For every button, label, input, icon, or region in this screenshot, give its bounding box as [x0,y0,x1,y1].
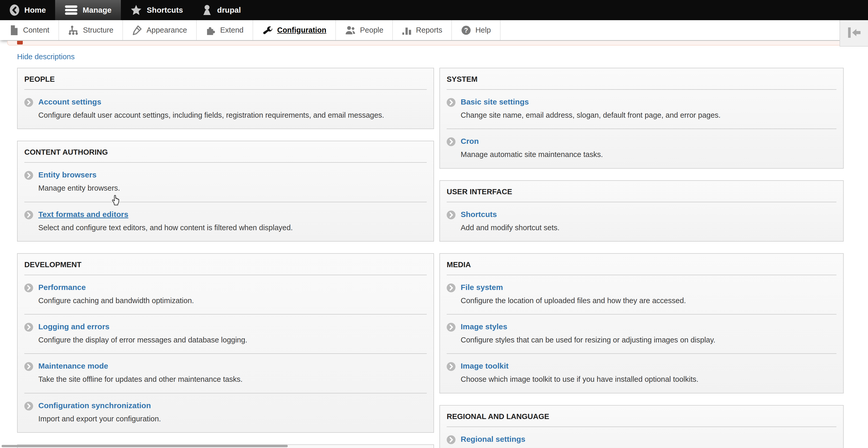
chevron-right-icon [24,284,33,305]
panel-media: MEDIA File system Configure the location… [439,253,844,393]
document-icon [9,25,19,36]
panel-development: DEVELOPMENT Performance Configure cachin… [17,253,434,433]
config-item: Image styles Configure styles that can b… [447,314,836,353]
tab-reports[interactable]: Reports [393,20,452,40]
admin-bar-home[interactable]: Home [0,0,55,20]
image-styles-link[interactable]: Image styles [461,322,507,331]
config-description: Change site name, email address, slogan,… [461,110,720,120]
logging-and-errors-link[interactable]: Logging and errors [38,322,110,331]
chevron-right-icon [24,171,33,193]
admin-bar-item-label: Manage [83,6,112,14]
panel-people: PEOPLE Account settings Configure defaul… [17,68,434,129]
config-description: Choose which image toolkit to use if you… [461,375,699,384]
left-column: PEOPLE Account settings Configure defaul… [17,68,434,448]
chevron-right-icon [447,323,456,345]
cron-link[interactable]: Cron [461,137,479,146]
panel-title: MEDIA [447,254,836,275]
text-formats-and-editors-link[interactable]: Text formats and editors [38,210,128,219]
config-item: Logging and errors Configure the display… [24,314,427,353]
tab-extend[interactable]: Extend [197,20,253,40]
tab-label: Help [475,26,491,34]
maintenance-mode-link[interactable]: Maintenance mode [38,362,108,370]
tab-appearance[interactable]: Appearance [123,20,196,40]
chevron-right-icon [447,435,456,448]
chevron-right-icon [24,98,33,120]
user-icon [202,4,213,16]
tab-label: Structure [83,26,114,34]
panel-content-authoring: CONTENT AUTHORING Entity browsers Manage… [17,141,434,242]
config-item: Basic site settings Change site name, em… [447,90,836,129]
tab-label: Configuration [277,26,326,34]
shortcuts-link[interactable]: Shortcuts [461,210,497,219]
config-item: Performance Configure caching and bandwi… [24,275,427,314]
chevron-right-icon [447,284,456,305]
config-item: Cron Manage automatic site maintenance t… [447,129,836,168]
hide-descriptions-link[interactable]: Hide descriptions [17,53,74,61]
horizontal-scrollbar-thumb[interactable] [2,445,288,447]
panel-title: REGIONAL AND LANGUAGE [447,406,836,427]
panel-system: SYSTEM Basic site settings Change site n… [439,68,844,169]
config-item: File system Configure the location of up… [447,275,836,314]
tab-people[interactable]: People [336,20,393,40]
tab-content[interactable]: Content [0,20,59,40]
config-description: Manage automatic site maintenance tasks. [461,150,603,159]
admin-menu-bar: Content Structure Appearance Extend Conf… [0,20,868,40]
config-description: Configure styles that can be used for re… [461,335,715,345]
chevron-right-icon [24,362,33,384]
file-system-link[interactable]: File system [461,283,503,291]
toolbar-collapse-button[interactable] [840,20,868,46]
panel-title: DEVELOPMENT [24,254,427,275]
panel-title: CONTENT AUTHORING [24,141,427,163]
config-description: Configure caching and bandwidth optimiza… [38,296,194,305]
config-item: Text formats and editors Select and conf… [24,202,427,241]
tab-label: Extend [220,26,244,34]
config-item: Account settings Configure default user … [24,90,427,129]
config-item: Entity browsers Manage entity browsers. [24,163,427,201]
panel-title: PEOPLE [24,68,427,90]
admin-bar-user[interactable]: drupal [192,0,250,20]
panel-title: USER INTERFACE [447,181,836,202]
star-icon [130,4,142,16]
config-item: Maintenance mode Take the site offline f… [24,353,427,393]
chevron-right-icon [447,362,456,384]
wrench-icon [262,25,273,36]
sitemap-icon [68,25,79,36]
panel-columns: PEOPLE Account settings Configure defaul… [17,68,844,448]
admin-bar-shortcuts[interactable]: Shortcuts [121,0,192,20]
performance-link[interactable]: Performance [38,283,86,291]
tab-help[interactable]: ? Help [452,20,500,40]
chevron-right-icon [24,211,33,232]
config-description: Select and configure text editors, and h… [38,223,293,232]
configuration-page: Hide descriptions PEOPLE Account setting… [0,40,868,448]
entity-browsers-link[interactable]: Entity browsers [38,170,96,179]
error-marker [17,41,23,44]
config-description: Configure default user account settings,… [38,110,384,120]
chevron-right-icon [447,137,456,159]
regional-settings-link[interactable]: Regional settings [461,435,525,443]
right-column: SYSTEM Basic site settings Change site n… [439,68,844,448]
chevron-right-icon [447,98,456,120]
message-strip-partial [7,41,844,45]
config-item: Image toolkit Choose which image toolkit… [447,353,836,393]
chevron-right-icon [447,211,456,232]
tab-configuration[interactable]: Configuration [253,20,336,40]
tab-structure[interactable]: Structure [59,20,123,40]
chevron-right-icon [24,402,33,423]
account-settings-link[interactable]: Account settings [38,97,101,106]
home-back-icon [9,4,20,16]
question-icon: ? [461,25,471,35]
admin-bar-manage[interactable]: Manage [55,0,121,20]
config-item: Configuration synchronization Import and… [24,393,427,432]
config-description: Configure the location of uploaded files… [461,296,686,305]
config-description: Import and export your configuration. [38,414,161,423]
tab-label: Content [23,26,50,34]
configuration-synchronization-link[interactable]: Configuration synchronization [38,401,151,410]
chevron-right-icon [24,323,33,345]
people-icon [345,25,356,36]
admin-bar-item-label: Home [24,6,46,14]
tab-label: Reports [416,26,442,34]
admin-toolbar: Home Manage Shortcuts drupal [0,0,868,20]
panel-user-interface: USER INTERFACE Shortcuts Add and modify … [439,180,844,242]
image-toolkit-link[interactable]: Image toolkit [461,362,508,370]
basic-site-settings-link[interactable]: Basic site settings [461,97,529,106]
